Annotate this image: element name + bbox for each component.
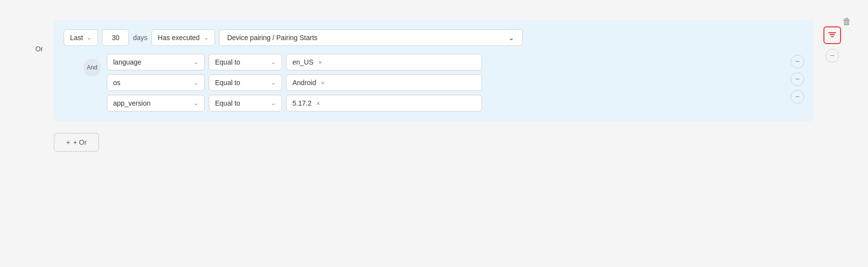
remove-filter-button[interactable]: − [825, 49, 839, 63]
property-select-1[interactable]: os ⌄ [107, 74, 205, 91]
event-chevron: ⌄ [508, 34, 514, 42]
execution-chevron: ⌄ [204, 34, 209, 41]
operator-select-1[interactable]: Equal to ⌄ [209, 74, 282, 91]
operator-select-2[interactable]: Equal to ⌄ [209, 95, 282, 111]
filter-icon-button[interactable] [823, 26, 841, 44]
right-actions: − [823, 26, 841, 63]
value-close-1[interactable]: × [321, 79, 325, 87]
or-side-label: Or [24, 29, 54, 68]
condition-remove-btns: − − − [791, 54, 804, 104]
range-chevron: ⌄ [87, 34, 92, 41]
operator-select-0[interactable]: Equal to ⌄ [209, 54, 282, 70]
remove-condition-1[interactable]: − [791, 72, 804, 86]
operator-chevron-0: ⌄ [271, 59, 276, 66]
top-row: Last ⌄ days Has executed ⌄ Device pairin… [64, 29, 804, 46]
range-select[interactable]: Last ⌄ [64, 29, 98, 46]
property-chevron-1: ⌄ [193, 79, 198, 86]
operator-chevron-1: ⌄ [271, 79, 276, 86]
top-delete-button[interactable]: 🗑 [841, 15, 853, 29]
main-row: Or Last ⌄ days Has executed ⌄ [24, 20, 844, 121]
execution-label: Has executed [158, 34, 200, 42]
execution-select[interactable]: Has executed ⌄ [151, 29, 215, 46]
or-add-row: + + Or [24, 133, 844, 152]
range-label: Last [70, 34, 83, 42]
remove-condition-2[interactable]: − [791, 90, 804, 104]
or-add-label: + Or [73, 138, 87, 146]
page-container: 🗑 Or Last ⌄ days Has executed [10, 10, 858, 267]
remove-condition-0[interactable]: − [791, 55, 804, 68]
operator-chevron-2: ⌄ [271, 100, 276, 107]
value-box-0: en_US × [286, 54, 482, 70]
top-delete-area: 🗑 [841, 15, 853, 29]
or-add-button[interactable]: + + Or [54, 133, 99, 152]
event-select[interactable]: Device pairing / Pairing Starts ⌄ [219, 29, 523, 46]
property-chevron-0: ⌄ [193, 59, 198, 66]
value-close-2[interactable]: × [316, 100, 320, 107]
or-add-icon: + [66, 138, 70, 146]
condition-row: app_version ⌄ Equal to ⌄ 5.17.2 × [107, 95, 781, 111]
conditions-area: And language ⌄ Equal to ⌄ [64, 54, 804, 111]
filter-icon [828, 31, 836, 39]
days-unit-label: days [133, 34, 147, 42]
days-input[interactable] [102, 29, 129, 46]
value-text-2: 5.17.2 [292, 99, 312, 107]
conditions-list: language ⌄ Equal to ⌄ en_US × [107, 54, 781, 111]
value-text-1: Android [292, 79, 316, 87]
filter-block: Last ⌄ days Has executed ⌄ Device pairin… [54, 20, 814, 121]
value-text-0: en_US [292, 58, 313, 66]
value-close-0[interactable]: × [318, 59, 322, 66]
property-chevron-2: ⌄ [193, 100, 198, 107]
value-box-2: 5.17.2 × [286, 95, 482, 111]
and-label: And [83, 59, 101, 76]
condition-row: language ⌄ Equal to ⌄ en_US × [107, 54, 781, 70]
value-box-1: Android × [286, 74, 482, 91]
property-select-0[interactable]: language ⌄ [107, 54, 205, 70]
event-label: Device pairing / Pairing Starts [227, 34, 505, 42]
condition-row: os ⌄ Equal to ⌄ Android × [107, 74, 781, 91]
property-select-2[interactable]: app_version ⌄ [107, 95, 205, 111]
